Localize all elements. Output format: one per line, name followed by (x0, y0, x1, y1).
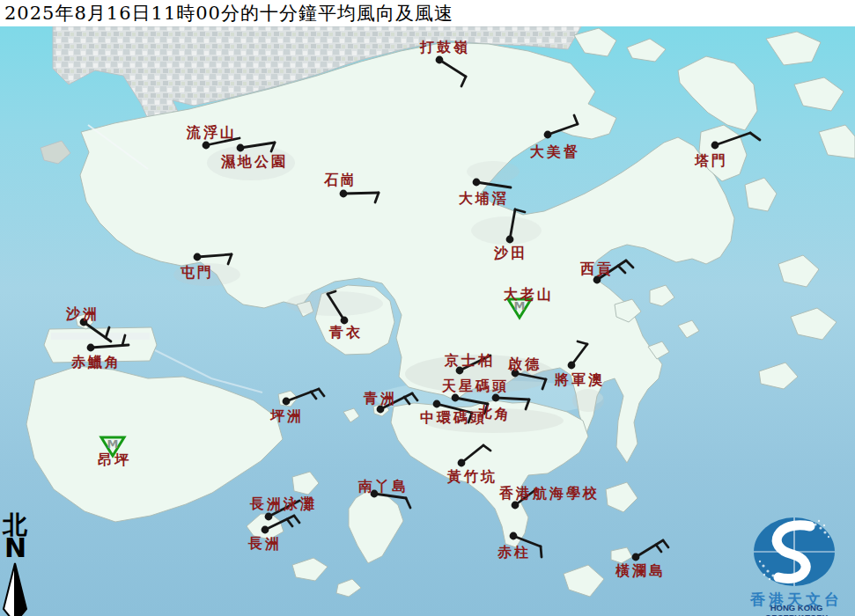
wind-barb-line (319, 389, 324, 396)
wind-barb-line (483, 445, 490, 451)
wind-barb-line (548, 124, 578, 135)
wind-barb-line (750, 133, 760, 140)
wind-barb-line (515, 373, 546, 379)
wind-barb (506, 209, 525, 243)
wind-barb-line (618, 266, 625, 273)
wind-barb-line (513, 536, 541, 546)
wind-barb-line (578, 341, 587, 344)
wind-barb (512, 489, 536, 509)
wind-barb (340, 190, 379, 202)
wind-barb-line (240, 143, 275, 148)
wind-barb-line (496, 398, 529, 400)
wind-barb-line (571, 344, 587, 365)
hko-emblem-icon (738, 512, 855, 588)
wind-barb-line (404, 397, 409, 404)
wind-layer (0, 0, 855, 616)
wind-barb-line (197, 254, 232, 257)
north-label-en: N (4, 535, 26, 561)
maintenance-marker-icon (101, 437, 124, 456)
wind-barb-line (626, 260, 633, 268)
wind-barb (436, 56, 466, 86)
wind-barb (328, 291, 348, 324)
wind-barb (632, 540, 668, 561)
wind-barb (433, 400, 472, 422)
wind-barb (510, 532, 542, 557)
wind-barb (544, 115, 578, 138)
map-title: 2025年8月16日11時00分的十分鐘平均風向及風速 (0, 0, 855, 26)
wind-barb-line (412, 393, 417, 400)
wind-barb-line (542, 379, 546, 389)
wind-barb-line (574, 115, 578, 124)
wind-barb (237, 143, 275, 151)
wind-barb-line (122, 335, 125, 345)
wind-barb (377, 393, 417, 413)
hko-name-en: HONG KONG OBSERVATORY (738, 603, 855, 616)
wind-map-screen: 打鼓嶺流浮山濕地公園石崗大美督塔門大埔滘沙田屯門西貢沙洲赤鱲角青衣坪洲青洲京士柏… (0, 0, 855, 616)
wind-barb (492, 394, 529, 409)
wind-barb (452, 394, 488, 414)
wind-barb-line (715, 133, 750, 145)
north-compass: 北 N (0, 513, 35, 616)
wind-barb-line (437, 404, 472, 413)
wind-barb-line (206, 138, 240, 145)
wind-barb (458, 445, 490, 466)
wind-barb (194, 253, 232, 264)
wind-barb (283, 389, 324, 405)
wind-barb (80, 319, 111, 341)
wind-barb-line (106, 327, 109, 338)
wind-barb-line (515, 209, 525, 212)
wind-barb-line (460, 356, 490, 370)
wind-barb (473, 179, 511, 187)
wind-barb (371, 490, 410, 508)
wind-barb (456, 356, 490, 374)
wind-barb-line (484, 404, 488, 414)
wind-barb-line (468, 413, 472, 422)
wind-barb (203, 138, 240, 149)
wind-barb-line (526, 400, 529, 409)
wind-barb-line (269, 501, 299, 517)
wind-barb (593, 260, 633, 283)
wind-barb-line (287, 519, 292, 526)
wind-barb-line (510, 209, 515, 239)
wind-barb-line (461, 77, 466, 86)
hko-logo: 香港天文台 HONG KONG OBSERVATORY (738, 512, 855, 616)
wind-barb-line (406, 498, 410, 508)
wind-barb (711, 133, 760, 149)
north-arrow-icon (0, 561, 35, 616)
wind-barb-line (515, 489, 536, 505)
wind-barb-line (311, 392, 316, 399)
wind-barb (568, 341, 587, 369)
wind-barb-line (455, 398, 488, 404)
wind-barb-line (343, 193, 379, 194)
wind-barb (512, 370, 546, 389)
wind-barb-line (656, 545, 661, 552)
wind-barb-line (375, 193, 379, 202)
maintenance-marker-icon (508, 299, 531, 318)
wind-barb-line (294, 516, 299, 523)
wind-barb-line (328, 294, 344, 320)
wind-barb-line (374, 494, 406, 498)
wind-barb-line (541, 546, 542, 557)
wind-barb-line (476, 182, 511, 187)
wind-barb-line (461, 445, 483, 463)
wind-barb-line (328, 291, 335, 294)
wind-barb-line (663, 540, 668, 547)
wind-barb-line (439, 60, 466, 77)
